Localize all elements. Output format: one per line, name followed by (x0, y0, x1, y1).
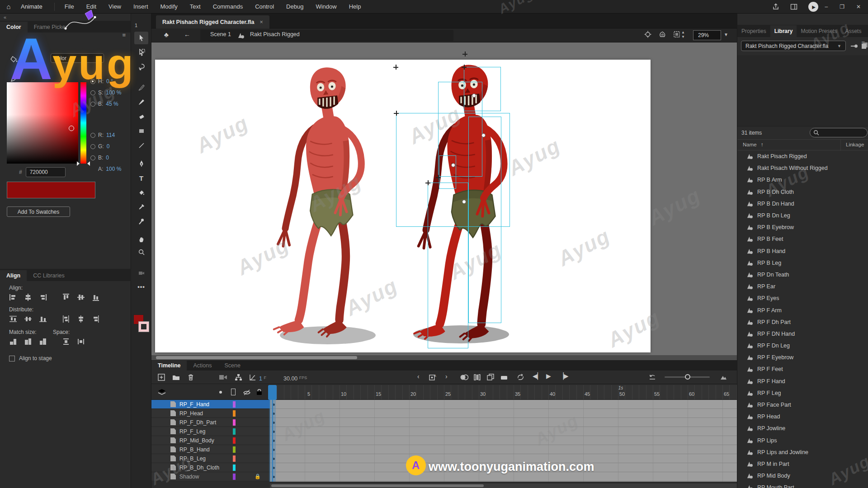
selection-box-legs[interactable] (428, 183, 468, 348)
layer-row[interactable]: RP_B_Dh_Cloth (151, 463, 270, 472)
library-item[interactable]: RP B Dn Leg (737, 210, 868, 221)
timeline-zoom-fit-icon[interactable] (720, 374, 728, 380)
more-tools-icon[interactable]: ••• (134, 280, 148, 293)
timeline-zoom-knob[interactable] (685, 374, 690, 380)
tab-frame-picker[interactable]: Frame Picker (28, 22, 74, 33)
library-item[interactable]: RP Mouth Part (737, 482, 868, 488)
saturation-radio[interactable] (90, 90, 95, 95)
zoom-stepper[interactable]: ▲▼ (681, 30, 685, 39)
next-keyframe-icon[interactable]: › (445, 373, 448, 380)
document-tab[interactable]: Rakt Pishach Rigged Character.fla × (156, 15, 269, 28)
layer-row[interactable]: RP_Head (151, 409, 270, 418)
layer-color-swatch[interactable] (233, 455, 236, 462)
fill-color-icon[interactable] (10, 55, 20, 64)
blue-radio[interactable] (90, 155, 95, 160)
layer-row[interactable]: RP_B_Leg (151, 454, 270, 463)
timeline-zoom-slider[interactable] (665, 376, 710, 378)
column-divider[interactable] (840, 140, 841, 151)
align-bottom-button[interactable] (91, 293, 101, 302)
distribute-center-h-button[interactable] (76, 314, 86, 324)
transform-cross[interactable] (436, 175, 441, 180)
library-item[interactable]: RP B Arm (737, 174, 868, 186)
align-right-button[interactable] (38, 293, 48, 302)
layer-color-swatch[interactable] (233, 437, 236, 444)
timeline-h-scrollbar-thumb[interactable] (271, 484, 484, 487)
library-item[interactable]: RP B Eyebrow (737, 221, 868, 233)
match-width-button[interactable] (8, 337, 18, 346)
stage[interactable] (151, 42, 737, 355)
red-radio[interactable] (90, 133, 95, 138)
library-item[interactable]: Rakt Pisach Without Rigged (737, 162, 868, 174)
menu-file[interactable]: File (65, 3, 74, 10)
share-icon[interactable] (772, 3, 779, 10)
timeline-h-scrollbar[interactable] (270, 483, 737, 488)
zombie-left[interactable] (274, 67, 362, 337)
clip-content-icon[interactable] (673, 31, 680, 38)
onion-skin-outlines-icon[interactable] (474, 374, 481, 380)
stroke-color-icon[interactable] (10, 74, 20, 83)
library-item[interactable]: RP Mid Body (737, 470, 868, 482)
menu-help[interactable]: Help (349, 3, 361, 10)
panel-menu-icon[interactable]: ≡ (122, 32, 126, 38)
layer-lock-icon[interactable]: 🔒 (255, 474, 261, 479)
edit-multiple-frames-icon[interactable] (487, 374, 494, 381)
new-folder-icon[interactable] (172, 374, 180, 380)
layer-row[interactable]: RP_F_Leg (151, 427, 270, 436)
zoom-tool[interactable] (134, 246, 148, 258)
transform-cross[interactable] (462, 65, 467, 70)
play-icon[interactable]: ▶ (546, 372, 551, 380)
stage-h-scrollbar[interactable] (151, 355, 737, 360)
classic-brush-tool[interactable] (134, 96, 148, 108)
library-item[interactable]: RP F Dh Part (737, 316, 868, 328)
selection-box-side[interactable] (468, 117, 501, 323)
library-item[interactable]: RP B Dn Hand (737, 198, 868, 210)
app-menu-animate[interactable]: Animate (21, 3, 42, 10)
workspace-icon[interactable] (790, 3, 797, 10)
maximize-button[interactable]: ❐ (840, 4, 844, 10)
tab-assets[interactable]: Assets (841, 25, 865, 37)
library-item[interactable]: RP F Arm (737, 304, 868, 316)
hue-slider[interactable] (80, 82, 86, 164)
align-center-h-button[interactable] (23, 293, 33, 302)
step-back-icon[interactable]: ◀▏ (533, 372, 542, 380)
tab-align[interactable]: Align (0, 270, 27, 281)
library-item[interactable]: RP B Dh Cloth (737, 186, 868, 198)
tab-timeline[interactable]: Timeline (151, 361, 187, 371)
tab-properties[interactable]: Properties (737, 25, 770, 37)
hide-all-layers-icon[interactable] (243, 389, 251, 395)
zoom-dropdown-icon[interactable]: ▼ (724, 32, 728, 37)
distribute-left-button[interactable] (61, 314, 71, 324)
saturation-brightness-picker[interactable] (7, 82, 78, 164)
edit-symbols-icon[interactable]: ♣ (164, 31, 169, 38)
delete-layer-icon[interactable] (188, 374, 194, 381)
layer-color-swatch[interactable] (233, 465, 236, 471)
highlight-column-icon[interactable] (219, 391, 222, 394)
distribute-top-button[interactable] (8, 314, 18, 324)
library-item[interactable]: RP F DN Hand (737, 328, 868, 340)
eraser-tool[interactable] (134, 110, 148, 123)
layer-color-swatch[interactable] (233, 428, 236, 435)
distribute-right-button[interactable] (91, 314, 101, 324)
frame-span-icon[interactable] (500, 374, 508, 380)
library-item[interactable]: RP Ear (737, 281, 868, 292)
align-left-button[interactable] (8, 293, 18, 302)
eyedropper-tool[interactable] (134, 201, 148, 213)
library-item[interactable]: RP M in Part (737, 458, 868, 470)
breadcrumb-scene[interactable]: Scene 1 (210, 31, 231, 38)
distribute-bottom-button[interactable] (38, 314, 48, 324)
space-vertical-button[interactable] (61, 337, 71, 346)
layer-color-swatch[interactable] (233, 419, 236, 426)
selection-tool[interactable] (134, 32, 148, 44)
fluid-brush-tool[interactable] (134, 81, 148, 94)
color-type-dropdown[interactable]: color▼ (51, 53, 104, 63)
hand-tool[interactable] (134, 233, 148, 246)
transform-point[interactable] (462, 200, 466, 204)
green-radio[interactable] (90, 144, 95, 149)
menu-edit[interactable]: Edit (86, 3, 96, 10)
transform-cross[interactable] (394, 111, 399, 116)
library-item[interactable]: RP Face Part (737, 399, 868, 411)
layer-color-swatch[interactable] (233, 401, 236, 408)
layers-stack-icon[interactable] (158, 389, 166, 396)
layer-row[interactable]: RP_F_Dh_Part (151, 418, 270, 427)
match-both-button[interactable] (38, 337, 48, 346)
